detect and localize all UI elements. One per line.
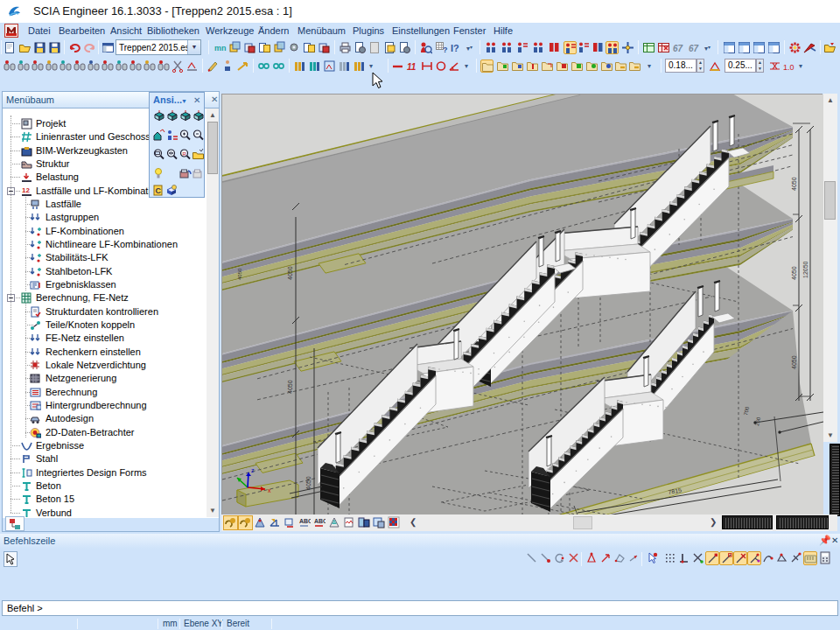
svg-text:12050: 12050: [802, 261, 808, 278]
svg-text:11: 11: [407, 62, 416, 72]
svg-text:R: R: [183, 151, 187, 157]
svg-text:1.0: 1.0: [783, 63, 794, 72]
svg-text:I?: I?: [451, 43, 459, 53]
svg-text:4050: 4050: [791, 177, 797, 191]
svg-text:4050: 4050: [287, 380, 293, 394]
svg-text:67: 67: [673, 44, 683, 53]
svg-text:4050: 4050: [305, 476, 312, 490]
svg-text:C: C: [156, 186, 162, 195]
svg-text:12: 12: [22, 186, 30, 194]
svg-text:x: x: [268, 487, 271, 494]
svg-text:ABC: ABC: [299, 518, 311, 524]
svg-text:z: z: [251, 467, 255, 473]
svg-text:4050: 4050: [237, 268, 242, 280]
svg-text:4050: 4050: [791, 355, 797, 369]
svg-text:?: ?: [443, 46, 448, 54]
svg-text:4050: 4050: [287, 266, 293, 280]
svg-text:4050: 4050: [791, 266, 797, 280]
svg-text:mn: mn: [214, 44, 227, 52]
svg-text:67: 67: [689, 44, 699, 53]
svg-text:ABC: ABC: [314, 518, 326, 524]
